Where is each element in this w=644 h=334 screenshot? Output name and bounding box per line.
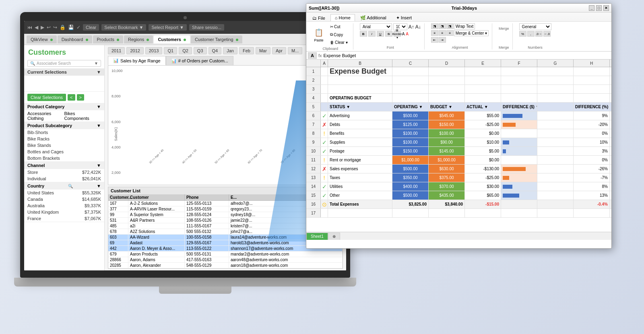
cell-16e[interactable]: -$15.00: [465, 200, 501, 208]
cell-11c[interactable]: $1,000.00: [392, 156, 429, 164]
table-row[interactable]: 20285Aaron, Alexander548-555-0129aaron18…: [108, 263, 343, 268]
cell-17a[interactable]: [321, 209, 328, 217]
cell-13e[interactable]: -$25.00: [465, 173, 501, 182]
cell-7h[interactable]: -20%: [574, 120, 610, 129]
cell-17g[interactable]: [537, 209, 574, 217]
table-row[interactable]: 28866Aaron, Adams417-555-0163aaron48@adv…: [108, 257, 343, 263]
cell-17f[interactable]: [501, 209, 537, 217]
cell-1h[interactable]: [574, 67, 610, 76]
close-button[interactable]: ✕: [603, 5, 609, 11]
cell-16c[interactable]: $3,825.00: [392, 200, 429, 208]
cell-14f-bar[interactable]: [501, 182, 537, 191]
col-header-c[interactable]: C: [392, 60, 429, 67]
cell-1g[interactable]: [537, 67, 574, 76]
cell-2d[interactable]: [429, 76, 465, 85]
cell-16h[interactable]: -0.4%: [574, 200, 610, 208]
cell-7f-bar[interactable]: [501, 120, 537, 129]
cell-14b[interactable]: Utilities: [328, 182, 392, 191]
cell-2b[interactable]: [328, 76, 392, 85]
strikethrough-button[interactable]: S: [385, 31, 392, 37]
list-item[interactable]: France$7,067K: [24, 215, 104, 222]
cell-4e[interactable]: [465, 94, 501, 102]
copy-button[interactable]: ⧉ Copy: [328, 31, 350, 38]
month-more-btn[interactable]: M...: [288, 47, 302, 54]
cell-5g[interactable]: [537, 103, 574, 111]
cell-13f-bar[interactable]: [501, 173, 537, 182]
cell-10b[interactable]: Postage: [328, 147, 392, 155]
cell-11b[interactable]: Rent or mortgage: [328, 156, 392, 164]
list-item[interactable]: Canada$14,685K: [24, 196, 104, 202]
cell-5h[interactable]: DIFFERENCE (%) ▼: [574, 103, 610, 111]
col-header-e[interactable]: E: [465, 60, 501, 67]
back-button[interactable]: <: [68, 94, 75, 101]
font-color-btn[interactable]: A: [402, 32, 405, 36]
cell-10h[interactable]: 3%: [574, 147, 610, 155]
cell-4g[interactable]: [537, 94, 574, 102]
table-row[interactable]: 679Aaron Products500 555-0131mandar2@adv…: [108, 252, 343, 257]
month-apr-btn[interactable]: Apr: [272, 47, 286, 54]
cell-7d[interactable]: $150.00: [429, 120, 465, 129]
clear-format-button[interactable]: 🗑 Clear ▾: [328, 39, 350, 46]
bold-button[interactable]: B: [360, 31, 367, 37]
cell-11h[interactable]: 0%: [574, 156, 610, 164]
cell-1e[interactable]: [465, 67, 501, 76]
cell-8h[interactable]: 0%: [574, 129, 610, 138]
cell-9d[interactable]: $90.00: [429, 138, 465, 146]
cell-16a[interactable]: ⊙: [321, 200, 328, 208]
align-top-center-btn[interactable]: ⬔: [439, 23, 446, 29]
list-item[interactable]: Australia$9,337K: [24, 202, 104, 209]
clear-button[interactable]: Clear: [83, 24, 99, 31]
cell-6h[interactable]: 9%: [574, 111, 610, 120]
cell-6c[interactable]: $500.00: [392, 111, 429, 120]
cell-4c[interactable]: [392, 94, 429, 102]
cell-13c[interactable]: $350.00: [392, 173, 429, 182]
quarter-q2-btn[interactable]: Q2: [179, 47, 192, 54]
tab-insert[interactable]: ✦ Insert: [392, 14, 417, 21]
col-header-g[interactable]: G: [537, 60, 574, 67]
list-item[interactable]: United Kingdom$7,375K: [24, 209, 104, 215]
cell-13d[interactable]: $375.00: [429, 173, 465, 182]
year-2012-btn[interactable]: 2012: [126, 47, 143, 54]
cell-3h[interactable]: [574, 85, 610, 93]
cell-12g[interactable]: [537, 165, 574, 173]
percent-btn[interactable]: %: [519, 31, 526, 37]
cell-9e[interactable]: $10.00: [465, 138, 501, 146]
cell-5f[interactable]: DIFFERENCE ($) ▼: [501, 103, 537, 111]
col-header-b[interactable]: B: [328, 60, 392, 67]
cell-10d[interactable]: $145.00: [429, 147, 465, 155]
cell-12f-bar[interactable]: [501, 165, 537, 173]
cell-12e[interactable]: -$130.00: [465, 165, 501, 173]
font-name-select[interactable]: Arial: [360, 23, 392, 30]
sheet1-tab[interactable]: Sheet1: [306, 233, 328, 240]
tab-home[interactable]: ⌂ Home: [330, 14, 355, 21]
cell-6f-bar[interactable]: [501, 111, 537, 120]
list-item[interactable]: Bike Racks: [24, 136, 104, 142]
number-format-select[interactable]: General: [519, 23, 551, 30]
tab-customer-targeting[interactable]: Customer Targeting: [191, 35, 242, 43]
cell-3g[interactable]: [537, 85, 574, 93]
quarter-q3-btn[interactable]: Q3: [194, 47, 207, 54]
cell-4f[interactable]: [501, 94, 537, 102]
cell-15h[interactable]: 13%: [574, 191, 610, 200]
align-center-btn[interactable]: ≡: [439, 30, 446, 36]
cell-15e[interactable]: $65.00: [465, 191, 501, 200]
list-item[interactable]: Bottles and Cages: [24, 148, 104, 155]
list-item[interactable]: Store$72,422K: [24, 169, 104, 175]
cell-2c[interactable]: [392, 76, 429, 85]
cell-5d[interactable]: BUDGET ▼: [429, 103, 465, 111]
align-top-right-btn[interactable]: ⬔: [446, 23, 454, 29]
indent-decrease-btn[interactable]: ⇤: [431, 37, 438, 43]
search-box[interactable]: 🔍 Associative Search ▼: [27, 60, 101, 67]
increase-font-btn[interactable]: A↑: [409, 24, 414, 30]
merge-center-btn[interactable]: Merge & Center ▾: [454, 30, 489, 36]
list-item[interactable]: Bib-Shorts: [24, 129, 104, 136]
cell-9a[interactable]: ✓: [321, 138, 328, 146]
cell-10f-bar[interactable]: [501, 147, 537, 155]
cell-8d[interactable]: $100.00: [429, 129, 465, 138]
cell-15b[interactable]: Other: [328, 191, 392, 200]
cell-3e[interactable]: [465, 85, 501, 93]
cell-7a[interactable]: ✗: [321, 120, 328, 129]
cell-9h[interactable]: 10%: [574, 138, 610, 146]
paste-button[interactable]: 📋 Paste: [311, 26, 326, 43]
cell-10a[interactable]: ✓: [321, 147, 328, 155]
